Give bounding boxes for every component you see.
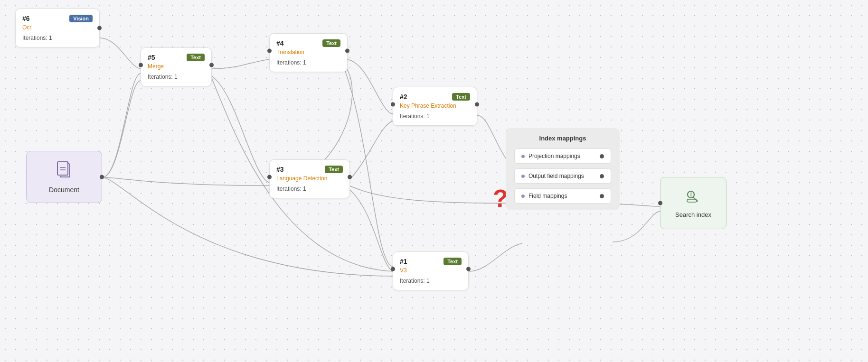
- node-2-badge: Text: [452, 93, 470, 101]
- node-5[interactable]: #5 Text Merge Iterations: 1: [141, 47, 212, 86]
- node-6-header: #6 Vision: [22, 15, 93, 22]
- node-3-header: #3 Text: [276, 166, 343, 173]
- node-3-title: Language Detection: [276, 175, 343, 182]
- node-5-iter: Iterations: 1: [148, 74, 205, 80]
- node-6-title: Ocr: [22, 24, 93, 31]
- node-1-iter: Iterations: 1: [400, 278, 462, 284]
- node-3-badge: Text: [325, 166, 343, 173]
- node-1-id: #1: [400, 258, 407, 265]
- document-label: Document: [49, 186, 79, 194]
- output-field-mappings-item[interactable]: Output field mappings: [514, 168, 611, 184]
- node-search-index[interactable]: Search index: [660, 177, 726, 229]
- node-6-badge: Vision: [69, 15, 93, 22]
- node-5-title: Merge: [148, 63, 205, 70]
- node-5-badge: Text: [187, 54, 205, 61]
- node-1-header: #1 Text: [400, 258, 462, 265]
- node-3-in-dot: [267, 175, 272, 179]
- workflow-canvas: #6 Vision Ocr Iterations: 1 Document #5 …: [0, 0, 868, 362]
- node-3[interactable]: #3 Text Language Detection Iterations: 1: [269, 159, 350, 198]
- node-5-header: #5 Text: [148, 54, 205, 61]
- node-3-out-dot: [348, 175, 352, 179]
- field-mappings-label: Field mappings: [528, 193, 567, 199]
- node-1-out-dot: [466, 267, 471, 271]
- node-4-out-dot: [345, 49, 349, 53]
- output-out-dot: [600, 174, 604, 178]
- field-out-dot: [600, 194, 604, 198]
- node-1[interactable]: #1 Text V3 Iterations: 1: [393, 251, 469, 290]
- svg-rect-0: [57, 162, 68, 175]
- node-6-out-dot: [97, 26, 102, 30]
- search-in-dot: [658, 201, 662, 205]
- node-2-header: #2 Text: [400, 93, 470, 101]
- node-2-in-dot: [391, 102, 395, 107]
- node-4-header: #4 Text: [276, 39, 340, 47]
- document-out-dot: [100, 175, 104, 179]
- node-4-iter: Iterations: 1: [276, 59, 340, 66]
- node-document[interactable]: Document: [26, 151, 102, 203]
- node-2-iter: Iterations: 1: [400, 113, 470, 120]
- node-5-id: #5: [148, 54, 155, 61]
- node-3-id: #3: [276, 166, 284, 173]
- node-5-out-dot: [209, 63, 214, 67]
- node-1-title: V3: [400, 267, 462, 274]
- node-2-out-dot: [475, 102, 479, 107]
- node-4-badge: Text: [322, 39, 340, 47]
- projection-mappings-item[interactable]: Projection mappings: [514, 149, 611, 164]
- node-4-title: Translation: [276, 49, 340, 56]
- node-6-iter: Iterations: 1: [22, 35, 93, 41]
- node-2[interactable]: #2 Text Key Phrase Extraction Iterations…: [393, 87, 477, 126]
- connections-svg: [0, 0, 868, 362]
- node-6-id: #6: [22, 15, 30, 22]
- node-4-id: #4: [276, 39, 284, 47]
- node-5-in-dot: [139, 63, 143, 67]
- projection-mappings-label: Projection mappings: [528, 153, 580, 159]
- projection-out-dot: [600, 154, 604, 158]
- output-field-mappings-label: Output field mappings: [528, 173, 584, 179]
- node-3-iter: Iterations: 1: [276, 186, 343, 192]
- node-6[interactable]: #6 Vision Ocr Iterations: 1: [15, 9, 100, 47]
- document-icon: [57, 161, 72, 181]
- output-bullet: [521, 175, 525, 178]
- projection-bullet: [521, 155, 525, 158]
- search-index-icon: [685, 188, 701, 207]
- field-mappings-item[interactable]: Field mappings: [514, 188, 611, 204]
- index-mappings-panel: Index mappings Projection mappings Outpu…: [506, 128, 620, 210]
- node-1-in-dot: [391, 267, 395, 271]
- node-1-badge: Text: [443, 258, 462, 265]
- node-4[interactable]: #4 Text Translation Iterations: 1: [269, 33, 348, 72]
- node-2-id: #2: [400, 93, 407, 101]
- node-4-in-dot: [267, 49, 272, 53]
- field-bullet: [521, 195, 525, 198]
- svg-rect-4: [690, 192, 692, 197]
- node-2-title: Key Phrase Extraction: [400, 102, 470, 109]
- search-index-label: Search index: [675, 211, 711, 218]
- index-mappings-title: Index mappings: [514, 135, 611, 142]
